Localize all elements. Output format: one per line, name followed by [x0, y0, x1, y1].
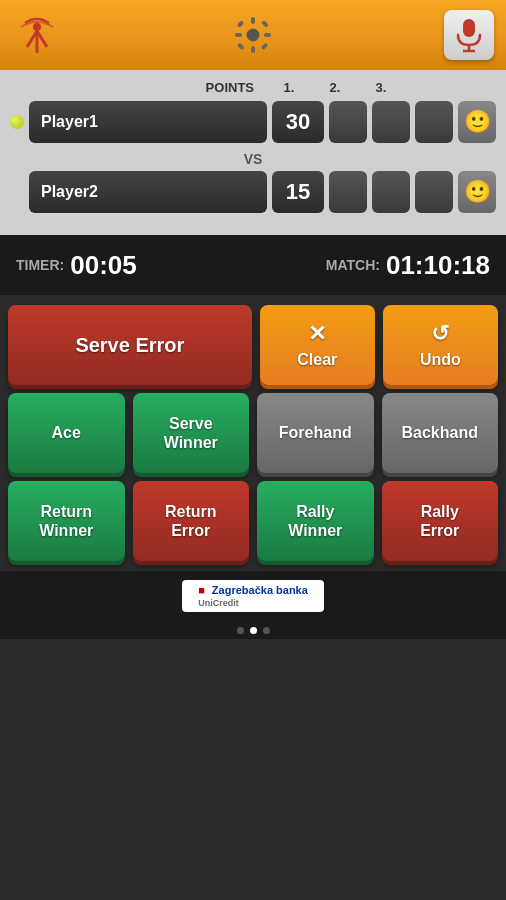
points-header: POINTS 1. 2. 3. — [10, 80, 496, 95]
pagination-dot-1[interactable] — [237, 627, 244, 634]
return-winner-line2: Winner — [39, 521, 93, 540]
svg-point-4 — [247, 29, 259, 41]
timer-value: 00:05 — [70, 250, 137, 281]
player1-face: 🙂 — [458, 101, 496, 143]
player1-set3 — [415, 101, 453, 143]
ace-button[interactable]: Ace — [8, 393, 125, 473]
button-grid: Serve Error ✕ Clear ↺ Undo Ace Serve Win… — [0, 295, 506, 571]
vs-label: VS — [10, 151, 496, 167]
player2-score: 15 — [272, 171, 324, 213]
header — [0, 0, 506, 70]
return-error-line2: Error — [171, 521, 210, 540]
svg-rect-12 — [261, 42, 269, 50]
set-label-3: 3. — [362, 80, 400, 95]
svg-rect-13 — [463, 19, 475, 37]
serve-winner-label: Serve — [169, 414, 213, 433]
timer-label: TIMER: — [16, 257, 64, 273]
svg-point-3 — [33, 23, 41, 31]
scoreboard: POINTS 1. 2. 3. Player1 30 🙂 VS Player2 … — [0, 70, 506, 235]
svg-rect-9 — [237, 20, 245, 28]
match-value: 01:10:18 — [386, 250, 490, 281]
serve-error-button[interactable]: Serve Error — [8, 305, 252, 385]
clear-button[interactable]: ✕ Clear — [260, 305, 375, 385]
svg-rect-5 — [251, 17, 255, 24]
player2-set1 — [329, 171, 367, 213]
svg-rect-8 — [264, 33, 271, 37]
player1-ball — [10, 115, 24, 129]
set-label-1: 1. — [270, 80, 308, 95]
undo-button[interactable]: ↺ Undo — [383, 305, 498, 385]
set-label-2: 2. — [316, 80, 354, 95]
rally-error-line2: Error — [420, 521, 459, 540]
pagination — [0, 621, 506, 639]
microphone-icon[interactable] — [444, 10, 494, 60]
svg-rect-7 — [235, 33, 242, 37]
player1-row: Player1 30 🙂 — [10, 101, 496, 143]
player2-name: Player2 — [29, 171, 267, 213]
rally-error-line1: Rally — [421, 502, 459, 521]
return-winner-line1: Return — [40, 502, 92, 521]
pagination-dot-2[interactable] — [250, 627, 257, 634]
rally-winner-button[interactable]: Rally Winner — [257, 481, 374, 561]
logo-icon: ■ — [198, 584, 205, 596]
btn-row-1: Serve Error ✕ Clear ↺ Undo — [8, 305, 498, 385]
svg-rect-11 — [237, 42, 245, 50]
player1-score: 30 — [272, 101, 324, 143]
radio-icon[interactable] — [12, 10, 62, 60]
return-error-line1: Return — [165, 502, 217, 521]
serve-winner-label2: Winner — [164, 433, 218, 452]
settings-icon[interactable] — [231, 13, 275, 57]
logo-text: Zagrebačka banka — [212, 584, 308, 596]
undo-label: Undo — [420, 350, 461, 369]
rally-error-button[interactable]: Rally Error — [382, 481, 499, 561]
player2-row: Player2 15 🙂 — [10, 171, 496, 213]
sponsor-logo: ■ Zagrebačka banka UniCredit — [182, 580, 324, 612]
return-error-button[interactable]: Return Error — [133, 481, 250, 561]
player2-face: 🙂 — [458, 171, 496, 213]
clear-label: Clear — [297, 350, 337, 369]
serve-winner-button[interactable]: Serve Winner — [133, 393, 250, 473]
player1-set2 — [372, 101, 410, 143]
rally-winner-line1: Rally — [296, 502, 334, 521]
btn-row-3: Return Winner Return Error Rally Winner … — [8, 481, 498, 561]
clear-icon: ✕ — [308, 321, 326, 347]
forehand-button[interactable]: Forehand — [257, 393, 374, 473]
logo-sub: UniCredit — [198, 598, 239, 608]
player1-name: Player1 — [29, 101, 267, 143]
btn-row-2: Ace Serve Winner Forehand Backhand — [8, 393, 498, 473]
pagination-dot-3[interactable] — [263, 627, 270, 634]
svg-rect-10 — [261, 20, 269, 28]
player1-set1 — [329, 101, 367, 143]
player2-set3 — [415, 171, 453, 213]
match-label: MATCH: — [326, 257, 380, 273]
match-section: MATCH: 01:10:18 — [326, 250, 490, 281]
points-label: POINTS — [206, 80, 254, 95]
rally-winner-line2: Winner — [288, 521, 342, 540]
footer: ■ Zagrebačka banka UniCredit — [0, 571, 506, 621]
backhand-button[interactable]: Backhand — [382, 393, 499, 473]
svg-rect-6 — [251, 46, 255, 53]
timer-section: TIMER: 00:05 — [16, 250, 137, 281]
return-winner-button[interactable]: Return Winner — [8, 481, 125, 561]
player2-set2 — [372, 171, 410, 213]
timer-bar: TIMER: 00:05 MATCH: 01:10:18 — [0, 235, 506, 295]
undo-icon: ↺ — [431, 321, 449, 347]
